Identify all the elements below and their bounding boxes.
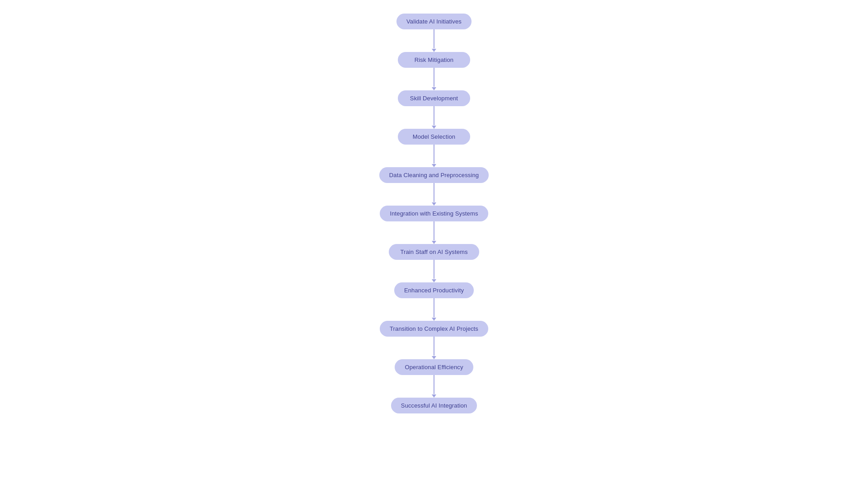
flow-node-data-cleaning[interactable]: Data Cleaning and Preprocessing (379, 167, 489, 183)
flow-node-risk-mitigation[interactable]: Risk Mitigation (398, 52, 470, 68)
flow-arrow-9 (434, 375, 434, 398)
flow-node-validate-ai-initiatives[interactable]: Validate AI Initiatives (396, 14, 472, 29)
flow-arrow-8 (434, 337, 434, 359)
flow-arrow-1 (434, 68, 434, 90)
flow-node-train-staff[interactable]: Train Staff on AI Systems (389, 244, 479, 260)
flow-node-successful-ai-integration[interactable]: Successful AI Integration (391, 398, 477, 413)
flow-arrow-6 (434, 260, 434, 282)
flow-arrow-3 (434, 145, 434, 167)
flow-arrow-5 (434, 221, 434, 244)
flow-arrow-0 (434, 29, 434, 52)
flow-node-integration-existing-systems[interactable]: Integration with Existing Systems (380, 206, 488, 221)
flow-node-transition-complex-ai[interactable]: Transition to Complex AI Projects (380, 321, 488, 337)
flow-node-enhanced-productivity[interactable]: Enhanced Productivity (394, 282, 474, 298)
flow-arrow-2 (434, 106, 434, 129)
flow-arrow-4 (434, 183, 434, 206)
flow-node-operational-efficiency[interactable]: Operational Efficiency (395, 359, 473, 375)
flow-node-model-selection[interactable]: Model Selection (398, 129, 470, 145)
flow-arrow-7 (434, 298, 434, 321)
flow-node-skill-development[interactable]: Skill Development (398, 90, 470, 106)
flowchart: Validate AI InitiativesRisk MitigationSk… (379, 5, 489, 432)
